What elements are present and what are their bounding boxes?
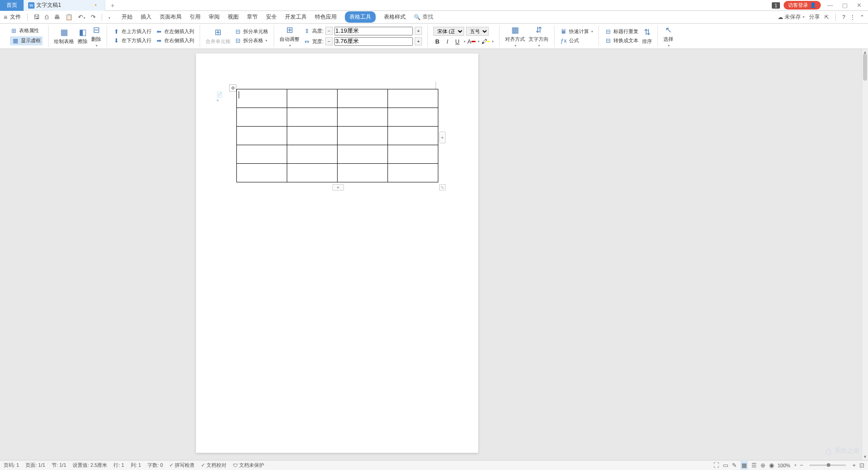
delete-icon: ⊟ bbox=[91, 25, 101, 35]
width-input[interactable] bbox=[334, 37, 413, 46]
tab-dev[interactable]: 开发工具 bbox=[285, 11, 307, 23]
font-color-button[interactable]: A bbox=[467, 38, 476, 46]
tab-review[interactable]: 审阅 bbox=[209, 11, 220, 23]
formula-icon: ƒx bbox=[560, 37, 567, 44]
cursor-icon: ↖ bbox=[663, 25, 673, 35]
split-cells-icon: ⊟ bbox=[234, 28, 241, 35]
more-button[interactable]: ⋮ bbox=[850, 14, 855, 20]
file-menu[interactable]: 文件 bbox=[10, 13, 21, 21]
width-decrease[interactable]: − bbox=[325, 37, 333, 45]
share-button[interactable]: 分享 bbox=[809, 13, 820, 21]
login-button[interactable]: 访客登录 👤 bbox=[784, 1, 821, 10]
collapse-ribbon[interactable]: ⌃ bbox=[860, 14, 864, 20]
maximize-button[interactable]: ▢ bbox=[839, 2, 850, 9]
unsaved-dot-icon: • bbox=[95, 2, 97, 9]
font-size-select[interactable]: 五号 bbox=[466, 27, 489, 36]
col-width-control: ⇔ 宽度: − + bbox=[303, 37, 422, 46]
calc-icon: 🖩 bbox=[560, 28, 567, 35]
split-table-icon: ⊟ bbox=[234, 37, 241, 44]
sort-button[interactable]: ⇅排序 bbox=[640, 27, 654, 45]
hamburger-icon[interactable]: ≡ bbox=[4, 14, 7, 21]
table-properties-button[interactable]: ⊞表格属性 bbox=[10, 27, 43, 34]
user-icon: 👤 bbox=[810, 2, 816, 8]
text-dir-icon: ⇵ bbox=[534, 25, 544, 35]
gridlines-icon: ▦ bbox=[12, 37, 19, 44]
insert-below-icon: ⬇ bbox=[113, 37, 120, 44]
tab-start[interactable]: 开始 bbox=[122, 11, 132, 23]
height-icon: ⇕ bbox=[303, 27, 310, 34]
row-height-control: ⇕ 高度: − + bbox=[303, 27, 422, 35]
merge-cells-button: ⊞合并单元格 bbox=[204, 27, 232, 45]
height-decrease[interactable]: − bbox=[325, 27, 333, 35]
search-box[interactable]: 🔍 查找 bbox=[414, 13, 433, 21]
notification-badge[interactable]: 1 bbox=[772, 2, 780, 9]
eraser-icon: ◧ bbox=[78, 27, 88, 37]
select-button[interactable]: ↖选择▾ bbox=[662, 25, 675, 48]
width-increase[interactable]: + bbox=[415, 37, 422, 45]
save-button[interactable]: 🖫 bbox=[32, 14, 41, 20]
insert-left-icon: ⬅ bbox=[155, 28, 162, 35]
cloud-icon: ☁ bbox=[778, 14, 783, 20]
print-button[interactable]: 🖶 bbox=[53, 14, 61, 20]
tab-layout[interactable]: 页面布局 bbox=[160, 11, 181, 23]
underline-button[interactable]: U bbox=[453, 38, 461, 46]
ribbon: ⊞表格属性 ▦显示虚框 ▦绘制表格 ◧擦除 ⊟删除▾ ⬆在上方插入行 ⬇在下方插… bbox=[0, 24, 868, 49]
tab-chapter[interactable]: 章节 bbox=[247, 11, 258, 23]
height-increase[interactable]: + bbox=[415, 27, 422, 35]
height-input[interactable] bbox=[334, 27, 413, 35]
to-text-icon: ⊟ bbox=[604, 37, 612, 44]
print-preview-button[interactable]: ⎙ bbox=[44, 14, 50, 20]
paste-button[interactable]: 📋 bbox=[64, 14, 74, 20]
tab-view[interactable]: 视图 bbox=[228, 11, 239, 23]
highlight-button[interactable]: 🖍 bbox=[481, 38, 490, 46]
tab-document[interactable]: W 文字文稿1 • bbox=[24, 0, 105, 11]
table-props-icon: ⊞ bbox=[10, 27, 17, 34]
minimize-button[interactable]: — bbox=[824, 2, 836, 9]
formula-button[interactable]: ƒx公式 bbox=[560, 37, 593, 44]
tab-special[interactable]: 特色应用 bbox=[315, 11, 337, 23]
autofit-icon: ⊞ bbox=[284, 25, 294, 35]
autofit-button[interactable]: ⊞自动调整▾ bbox=[278, 25, 301, 48]
delete-button[interactable]: ⊟删除▾ bbox=[89, 25, 103, 48]
unsaved-indicator[interactable]: ☁ 未保存▾ bbox=[778, 13, 804, 21]
convert-to-text-button[interactable]: ⊟转换成文本 bbox=[604, 37, 638, 44]
sort-icon: ⇅ bbox=[642, 27, 652, 37]
export-button[interactable]: ⇱ bbox=[824, 14, 829, 20]
tab-security[interactable]: 安全 bbox=[266, 11, 277, 23]
insert-col-right-button[interactable]: ➡在右侧插入列 bbox=[155, 37, 194, 44]
insert-above-icon: ⬆ bbox=[113, 28, 120, 35]
insert-row-below-button[interactable]: ⬇在下方插入行 bbox=[113, 37, 152, 44]
erase-button[interactable]: ◧擦除 bbox=[76, 27, 89, 45]
insert-row-above-button[interactable]: ⬆在上方插入行 bbox=[113, 28, 152, 35]
tab-home[interactable]: 首页 bbox=[0, 0, 24, 11]
show-gridlines-button[interactable]: ▦显示虚框 bbox=[10, 36, 43, 45]
text-direction-button[interactable]: ⇵文字方向▾ bbox=[527, 25, 550, 48]
italic-button[interactable]: I bbox=[443, 38, 451, 46]
quick-calc-button[interactable]: 🖩快速计算▾ bbox=[560, 28, 593, 35]
search-icon: 🔍 bbox=[414, 14, 421, 20]
draw-table-button[interactable]: ▦绘制表格 bbox=[52, 27, 76, 45]
qat-customize[interactable]: ▾ bbox=[107, 14, 112, 20]
new-tab-button[interactable]: + bbox=[105, 2, 120, 9]
split-table-button[interactable]: ⊟拆分表格▾ bbox=[234, 37, 268, 44]
alignment-button[interactable]: ▦对齐方式▾ bbox=[503, 25, 527, 48]
undo-button[interactable]: ↶▾ bbox=[77, 14, 87, 20]
align-icon: ▦ bbox=[510, 25, 520, 35]
tab-table-style[interactable]: 表格样式 bbox=[384, 11, 406, 23]
font-name-select[interactable]: 宋体 (正文) bbox=[433, 27, 464, 36]
insert-right-icon: ➡ bbox=[155, 37, 162, 44]
highlight-icon: 🖍 bbox=[481, 38, 487, 45]
tab-refs[interactable]: 引用 bbox=[190, 11, 201, 23]
bold-button[interactable]: B bbox=[433, 38, 441, 46]
width-icon: ⇔ bbox=[303, 38, 310, 45]
close-button[interactable]: ✕ bbox=[854, 2, 864, 9]
split-cells-button[interactable]: ⊟拆分单元格 bbox=[234, 28, 268, 35]
tab-table-tools[interactable]: 表格工具 bbox=[345, 11, 376, 23]
word-doc-icon: W bbox=[28, 2, 34, 9]
help-button[interactable]: ? bbox=[842, 14, 845, 20]
draw-table-icon: ▦ bbox=[59, 27, 69, 37]
tab-insert[interactable]: 插入 bbox=[141, 11, 152, 23]
insert-col-left-button[interactable]: ⬅在左侧插入列 bbox=[155, 28, 194, 35]
header-repeat-button[interactable]: ⊟标题行重复 bbox=[604, 28, 638, 35]
redo-button[interactable]: ↷ bbox=[89, 14, 97, 20]
